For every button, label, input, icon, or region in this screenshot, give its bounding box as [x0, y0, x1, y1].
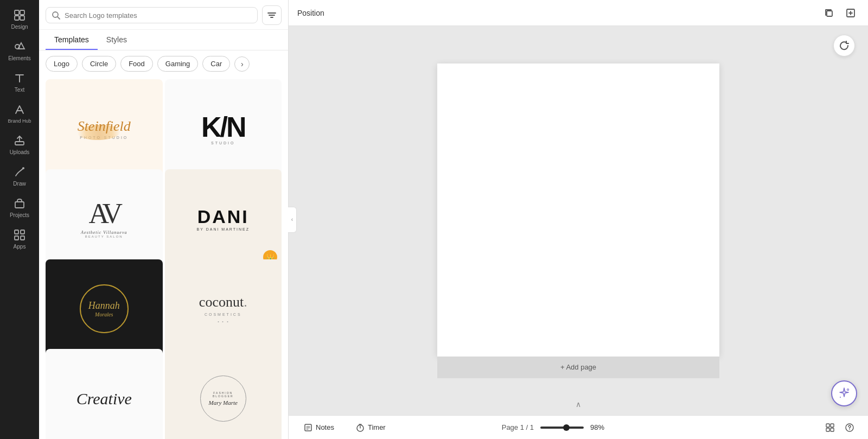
templates-panel: Templates Styles Logo Circle Food Gaming…	[39, 0, 289, 439]
svg-rect-35	[826, 428, 829, 431]
svg-rect-3	[20, 16, 24, 20]
chip-circle[interactable]: Circle	[82, 56, 116, 72]
panel-tabs: Templates Styles	[39, 30, 288, 50]
svg-point-40	[840, 397, 841, 398]
svg-rect-0	[15, 10, 19, 15]
position-label: Position	[297, 9, 324, 17]
help-button[interactable]	[842, 420, 857, 435]
filter-button[interactable]	[262, 5, 282, 25]
sidebar-item-projects[interactable]: Projects	[2, 193, 37, 222]
elements-icon	[13, 40, 26, 53]
canvas-container: + Add page ∧	[289, 26, 868, 415]
template-card-steinfield[interactable]: Steinfield PHOTO STUDIO	[46, 79, 163, 179]
timer-label: Timer	[368, 423, 386, 431]
sidebar-item-elements-label: Elements	[8, 55, 31, 62]
sidebar-item-uploads-label: Uploads	[10, 149, 30, 156]
bottom-center: Page 1 / 1 98%	[502, 423, 612, 431]
svg-rect-13	[15, 230, 18, 234]
tab-styles[interactable]: Styles	[98, 30, 136, 50]
template-card-coconut-content: coconut. cosmetics ⚬ ⚬ ⚬	[165, 259, 282, 359]
template-card-content: Steinfield PHOTO STUDIO	[46, 79, 163, 179]
notes-label: Notes	[316, 423, 334, 431]
magic-ai-button[interactable]	[831, 380, 857, 406]
search-input[interactable]	[65, 11, 252, 20]
toolbar-right	[820, 4, 859, 22]
tab-templates[interactable]: Templates	[46, 30, 98, 50]
template-card-creative-content: Creative	[46, 349, 163, 439]
add-page-button-bottom[interactable]: + Add page	[437, 357, 719, 378]
zoom-percent: 98%	[590, 423, 612, 431]
bottom-right	[822, 420, 857, 435]
chip-car[interactable]: Car	[202, 56, 230, 72]
design-icon	[13, 9, 26, 22]
template-card-coconut[interactable]: coconut. cosmetics ⚬ ⚬ ⚬	[165, 259, 282, 359]
timer-button[interactable]: Timer	[352, 421, 390, 434]
sidebar-item-design-label: Design	[11, 24, 28, 30]
top-toolbar: Position	[289, 0, 868, 26]
canvas-area: Position	[289, 0, 868, 439]
template-card-av[interactable]: AV Aesthetic Villanueva BEAUTY SALON	[46, 169, 163, 269]
sidebar-item-text[interactable]: Text	[2, 67, 37, 97]
sidebar-item-apps[interactable]: Apps	[2, 224, 37, 253]
chip-logo[interactable]: Logo	[46, 56, 78, 72]
sidebar: Design Elements Text Brand Hub	[0, 0, 39, 439]
text-icon	[13, 72, 26, 85]
search-icon	[52, 11, 60, 20]
projects-icon	[13, 197, 26, 210]
search-bar	[39, 0, 288, 30]
template-card-kn-content: K/N STUDIO	[165, 79, 282, 179]
add-page-button[interactable]	[842, 4, 859, 22]
template-grid: Steinfield PHOTO STUDIO K/N STUDIO AV Ae…	[39, 77, 288, 439]
chip-food[interactable]: Food	[120, 56, 153, 72]
design-canvas[interactable]	[437, 63, 719, 357]
template-card-hannah[interactable]: Hannah Morales	[46, 259, 163, 359]
sidebar-item-brand-hub[interactable]: Brand Hub	[2, 99, 37, 128]
svg-rect-36	[831, 428, 834, 431]
sidebar-item-draw[interactable]: Draw	[2, 161, 37, 190]
svg-point-39	[847, 389, 849, 391]
template-card-dani[interactable]: DANI BY DANI MARTINEZ 👑	[165, 169, 282, 269]
template-card-av-content: AV Aesthetic Villanueva BEAUTY SALON	[46, 169, 163, 269]
sidebar-item-uploads[interactable]: Uploads	[2, 130, 37, 159]
grid-view-button[interactable]	[822, 420, 838, 435]
svg-rect-22	[827, 11, 832, 16]
uploads-icon	[13, 134, 26, 147]
svg-point-11	[22, 167, 24, 169]
svg-rect-34	[831, 424, 834, 427]
chip-gaming[interactable]: Gaming	[157, 56, 199, 72]
svg-point-38	[849, 429, 850, 430]
template-card-fashion[interactable]: FASHION BLOGGER Mary Marte	[165, 349, 282, 439]
zoom-slider-handle[interactable]	[563, 424, 570, 431]
search-input-wrap[interactable]	[46, 7, 258, 23]
sidebar-item-elements[interactable]: Elements	[2, 36, 37, 65]
draw-icon	[13, 166, 26, 179]
chips-row: Logo Circle Food Gaming Car ›	[39, 50, 288, 77]
template-card-hannah-content: Hannah Morales	[46, 259, 163, 359]
svg-rect-16	[21, 236, 24, 240]
sidebar-item-projects-label: Projects	[10, 212, 29, 219]
sidebar-item-draw-label: Draw	[13, 181, 25, 187]
duplicate-button[interactable]	[820, 4, 838, 22]
zoom-slider[interactable]	[540, 427, 584, 429]
sidebar-item-design[interactable]: Design	[2, 4, 37, 34]
svg-rect-33	[826, 424, 829, 427]
notes-button[interactable]: Notes	[299, 421, 339, 434]
sidebar-item-text-label: Text	[15, 87, 24, 93]
svg-rect-15	[15, 236, 18, 240]
canvas-wrapper: + Add page	[437, 63, 719, 378]
hide-panel-button[interactable]: ‹	[288, 207, 297, 233]
svg-rect-14	[21, 230, 24, 234]
chip-more-button[interactable]: ›	[234, 56, 250, 72]
collapse-arrow[interactable]: ∧	[576, 400, 581, 409]
brand-hub-icon	[13, 103, 26, 116]
svg-rect-12	[15, 202, 24, 208]
template-card-kn[interactable]: K/N STUDIO	[165, 79, 282, 179]
svg-rect-1	[20, 10, 24, 15]
sidebar-item-apps-label: Apps	[14, 244, 26, 250]
sidebar-item-brand-hub-label: Brand Hub	[8, 118, 31, 124]
add-page-label: + Add page	[560, 363, 596, 371]
template-card-creative[interactable]: Creative	[46, 349, 163, 439]
refresh-button[interactable]	[833, 35, 855, 56]
apps-icon	[13, 228, 26, 241]
svg-line-18	[58, 17, 60, 19]
